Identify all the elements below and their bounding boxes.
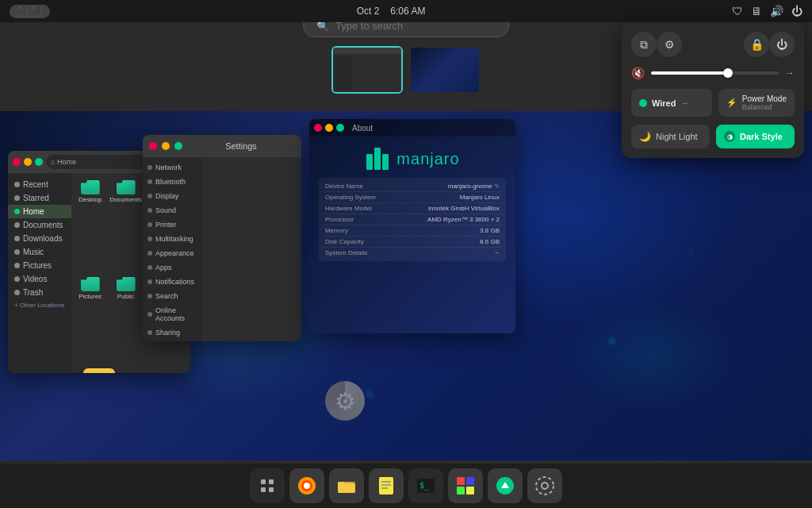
bluetooth-icon: [147, 179, 152, 184]
volume-expand-icon[interactable]: →: [785, 67, 795, 79]
edit-icon[interactable]: ✎: [494, 183, 500, 190]
settings-item-search[interactable]: Search: [143, 289, 202, 303]
firefox-btn[interactable]: [289, 468, 324, 503]
volume-slider[interactable]: [651, 71, 779, 75]
os-row: Operating System Manjaro Linux: [322, 192, 503, 203]
settings-icon: [534, 475, 555, 496]
svg-text:$_: $_: [419, 481, 430, 491]
settings-item-bluetooth[interactable]: Bluetooth: [143, 175, 202, 189]
screen-icon[interactable]: 🖥: [751, 5, 762, 17]
power-icon[interactable]: ⏻: [791, 5, 802, 17]
max-btn[interactable]: [174, 142, 182, 150]
sidebar-item-starred[interactable]: Starred: [8, 191, 71, 205]
network-btn[interactable]: Wired →: [631, 89, 712, 117]
grid-icon: [259, 478, 275, 494]
settings-item-sharing[interactable]: Sharing: [143, 325, 202, 340]
taskbar: $_: [0, 464, 812, 508]
sidebar-item-trash[interactable]: Trash: [8, 286, 71, 299]
settings-btn[interactable]: ⚙: [657, 32, 682, 57]
sidebar-item-pictures[interactable]: Pictures: [8, 259, 71, 272]
settings-item-apps[interactable]: Apps: [143, 260, 202, 275]
settings-item-network[interactable]: Network: [143, 160, 202, 175]
memory-row: Memory 3.8 GB: [322, 225, 503, 237]
moon-icon: 🌙: [639, 131, 651, 142]
file-public[interactable]: Public: [107, 275, 144, 368]
settings-item-mouse[interactable]: Mouse & Touchpad: [143, 340, 202, 341]
power-mode-btn[interactable]: ⚡ Power Mode Balanced: [718, 89, 795, 117]
dark-style-btn[interactable]: ◑ Dark Style: [716, 125, 795, 148]
min-btn[interactable]: [24, 158, 32, 166]
installer-icon: [495, 475, 515, 496]
shield-icon[interactable]: 🛡: [732, 5, 743, 17]
notes-icon: [376, 475, 396, 496]
sidebar-item-documents[interactable]: Documents: [8, 218, 71, 232]
thumbnail-1[interactable]: [331, 46, 403, 94]
folder-icon: [117, 277, 136, 291]
night-light-btn[interactable]: 🌙 Night Light: [631, 125, 710, 148]
sidebar-item-home[interactable]: Home: [8, 205, 71, 218]
installer-btn[interactable]: [488, 468, 523, 503]
power-mode-info: Power Mode Balanced: [742, 94, 787, 111]
dark-style-label: Dark Style: [740, 132, 783, 141]
close-btn[interactable]: [314, 124, 322, 132]
system-details-row[interactable]: System Details →: [322, 248, 503, 258]
sidebar-item-other[interactable]: + Other Locations: [8, 299, 71, 311]
about-window: About manjaro Device Name manjaro-gnome …: [309, 119, 515, 333]
lock-btn[interactable]: 🔒: [744, 32, 769, 57]
apps-grid-btn[interactable]: [250, 468, 285, 503]
settings-item-multitasking[interactable]: Multitasking: [143, 232, 202, 246]
settings-item-display[interactable]: Display: [143, 189, 202, 203]
manjaro-logo-icon: [365, 146, 390, 171]
folder-icon: [81, 180, 100, 194]
close-btn[interactable]: [149, 142, 157, 150]
file-desktop[interactable]: Desktop: [76, 178, 104, 271]
recent-icon: [14, 182, 20, 187]
device-name-row: Device Name manjaro-gnome ✎: [322, 181, 503, 192]
svg-rect-4: [374, 148, 381, 170]
volume-mute-icon[interactable]: 🔇: [631, 67, 645, 79]
files-icon: [336, 475, 357, 496]
settings-item-online[interactable]: Online Accounts: [143, 303, 202, 325]
sidebar-item-music[interactable]: Music: [8, 245, 71, 259]
kolourpaint-btn[interactable]: [448, 468, 483, 503]
settings-item-appearance[interactable]: Appearance: [143, 246, 202, 260]
sound-icon: [147, 208, 152, 213]
volume-icon[interactable]: 🔊: [770, 5, 783, 17]
settings-item-printer[interactable]: Printer: [143, 217, 202, 232]
sidebar-item-recent[interactable]: Recent: [8, 178, 71, 191]
max-btn[interactable]: [35, 158, 43, 166]
min-btn[interactable]: [162, 142, 170, 150]
sidebar-item-downloads[interactable]: Downloads: [8, 232, 71, 245]
settings-gear-icon: ⚙: [325, 381, 365, 421]
files-manager-btn[interactable]: [329, 468, 364, 503]
settings-item-sound[interactable]: Sound: [143, 203, 202, 217]
thumbnail-2[interactable]: [409, 46, 481, 94]
min-btn[interactable]: [325, 124, 333, 132]
workspace: ⌂ Home ⊞ Recent Starred Home: [0, 111, 812, 460]
top-bar: ⬛ ⬛ Oct 2 6:06 AM 🛡 🖥 🔊 ⏻: [0, 0, 812, 22]
date-label: Oct 2: [357, 6, 380, 17]
notes-btn[interactable]: [369, 468, 404, 503]
sharing-icon: [147, 330, 152, 335]
terminal-btn[interactable]: $_: [408, 468, 443, 503]
system-settings-btn[interactable]: [527, 468, 562, 503]
file-pictures[interactable]: Pictures: [76, 275, 104, 368]
display-settings-btn[interactable]: ⧉: [631, 32, 657, 57]
close-btn[interactable]: [13, 158, 21, 166]
settings-item-notifications[interactable]: Notifications: [143, 275, 202, 289]
sidebar-item-videos[interactable]: Videos: [8, 272, 71, 286]
notif-icon: [147, 279, 152, 284]
network-power-row: Wired → ⚡ Power Mode Balanced: [631, 89, 795, 117]
volume-row: 🔇 →: [631, 67, 795, 79]
max-btn[interactable]: [336, 124, 344, 132]
settings-title: Settings: [187, 141, 295, 151]
file-documents[interactable]: Documents: [107, 178, 144, 271]
svg-rect-24: [457, 487, 465, 495]
power-off-btn[interactable]: ⏻: [769, 32, 795, 57]
quick-settings-panel: ⧉ ⚙ 🔒 ⏻ 🔇 → Wired → ⚡ Power Mode Balance…: [622, 22, 804, 158]
workspace-switcher[interactable]: ⬛ ⬛: [10, 5, 50, 18]
time-label: 6:06 AM: [390, 6, 425, 17]
svg-point-12: [304, 483, 310, 489]
breadcrumb: ⌂ Home: [51, 158, 76, 166]
pictures-icon: [14, 263, 20, 268]
